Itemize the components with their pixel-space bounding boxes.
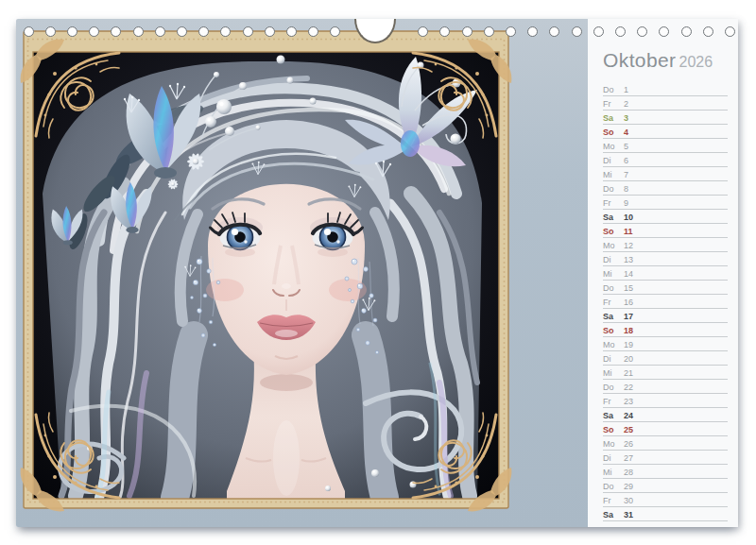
artwork-portrait [21,28,511,511]
calendar-panel: Oktober2026 Do1Fr2Sa3So4Mo5Di6Mi7Do8Fr9S… [588,19,738,527]
day-number: 8 [624,184,628,194]
day-row: Fr30 [603,493,728,507]
weekday-label: Do [603,383,617,392]
day-row: Do29 [603,479,728,493]
day-number: 6 [624,156,628,165]
binding-hole [681,26,692,37]
day-row: Di6 [603,153,728,167]
day-number: 30 [624,496,633,505]
binding-hole [308,26,318,37]
weekday-label: Di [603,453,617,463]
binding-hole [89,26,99,37]
day-list: Do1Fr2Sa3So4Mo5Di6Mi7Do8Fr9Sa10So11Mo12D… [603,82,728,521]
day-number: 2 [624,99,628,109]
binding-hole [506,26,516,37]
binding-hole [549,26,559,37]
weekday-label: Fr [603,397,617,406]
year-label: 2026 [679,54,713,70]
weekday-label: So [603,326,617,335]
day-row: Mo12 [603,238,728,252]
binding-hole [572,26,582,37]
day-number: 20 [624,354,633,364]
weekday-label: So [603,227,617,236]
binding-hole [637,26,647,37]
binding-hole [67,26,77,37]
weekday-label: Fr [603,198,617,208]
weekday-label: Di [603,156,617,165]
day-row: So4 [603,125,728,139]
weekday-label: Do [603,184,617,194]
day-number: 24 [624,411,633,420]
weekday-label: Sa [603,213,617,222]
day-number: 15 [624,283,633,293]
binding-hole [24,26,34,37]
weekday-label: Mi [603,269,617,279]
day-number: 18 [624,326,633,335]
day-row: Sa3 [603,111,728,125]
day-number: 3 [624,113,628,123]
day-number: 25 [624,425,633,434]
binding-hole [45,26,56,37]
weekday-label: Mo [603,142,617,151]
binding-hole [177,26,187,37]
weekday-label: Mo [603,340,617,349]
weekday-label: Mi [603,468,617,477]
day-row: Mo19 [603,337,728,351]
day-row: Do22 [603,380,728,394]
weekday-label: Di [603,255,617,264]
binding-hole [133,26,144,37]
month-header: Oktober2026 [603,49,729,74]
weekday-label: So [603,128,617,137]
day-number: 17 [624,312,633,321]
day-row: Mo26 [603,436,728,451]
weekday-label: Fr [603,298,617,307]
weekday-label: Fr [603,99,617,109]
day-number: 31 [624,510,633,519]
day-row: So18 [603,323,728,337]
weekday-label: Do [603,283,617,293]
binding-hole [418,26,428,37]
artwork-frame [21,28,511,511]
day-row: Do15 [603,281,728,295]
day-row: Sa10 [603,210,728,224]
weekday-label: Do [603,482,617,491]
binding-hole [111,26,121,37]
day-row: Fr23 [603,394,728,408]
day-row: Fr16 [603,295,728,309]
day-row: Fr2 [603,96,728,111]
day-row: Mi21 [603,366,728,380]
day-number: 11 [624,227,633,236]
weekday-label: Di [603,354,617,364]
day-number: 12 [624,241,633,250]
day-number: 7 [624,170,628,179]
binding-hole [155,26,165,37]
binding-hole [484,26,494,37]
day-number: 19 [624,340,633,349]
weekday-label: Mi [603,368,617,378]
day-number: 28 [624,468,633,477]
binding-hole [243,26,253,37]
day-row: Mi28 [603,465,728,479]
day-number: 9 [624,198,628,208]
day-row: Sa31 [603,507,728,521]
binding-hole [615,26,626,37]
weekday-label: Sa [603,312,617,321]
binding-hole [220,26,231,37]
day-row: Sa17 [603,309,728,323]
binding-hole [265,26,275,37]
day-number: 22 [624,383,633,392]
day-row: Di20 [603,351,728,366]
binding-hole [527,26,538,37]
day-row: Mo5 [603,139,728,153]
month-title: Oktober [603,49,677,71]
day-row: Do1 [603,82,728,96]
day-row: Do8 [603,181,728,196]
weekday-label: Fr [603,496,617,505]
day-number: 10 [624,213,633,222]
binding-hole [330,26,340,37]
day-number: 14 [624,269,633,279]
binding-hole [703,26,713,37]
day-number: 4 [624,128,628,137]
weekday-label: So [603,425,617,434]
binding-hole [286,26,297,37]
